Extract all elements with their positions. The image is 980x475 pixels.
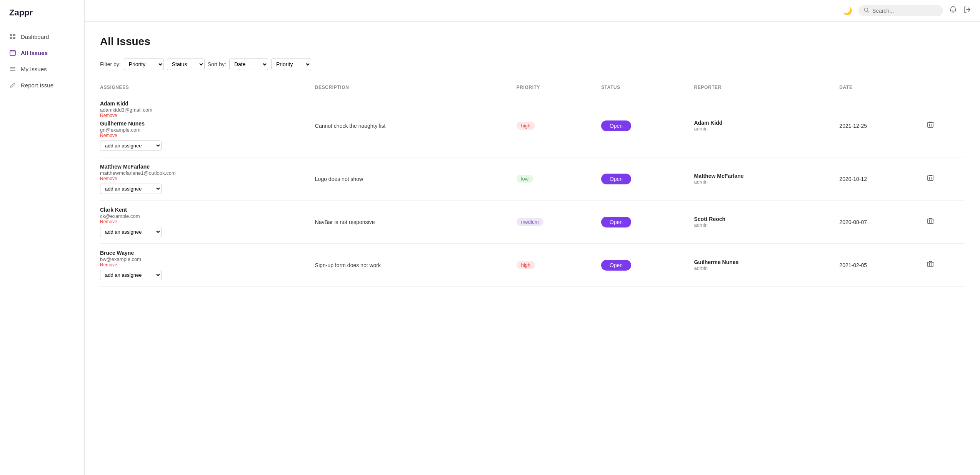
status-badge: Open [601,217,631,227]
priority-cell: low [517,157,601,201]
status-cell: Open [601,94,694,157]
delete-cell [925,201,965,244]
svg-rect-19 [928,219,933,224]
search-input[interactable] [872,8,938,14]
reporter-cell: Scott Reoch admin [694,201,839,244]
grid-icon [9,33,16,40]
assignee-name: Adam Kidd [100,100,128,107]
reporter-cell: Guilherme Nunes admin [694,244,839,287]
remove-assignee-link[interactable]: Remove [100,219,310,224]
delete-cell [925,157,965,201]
delete-button[interactable] [925,120,935,132]
table-row: Matthew McFarlane matthewmcfarlane1@outl… [100,157,965,201]
table-row: Bruce Wayne bw@example.com Remove add an… [100,244,965,287]
assignee-name: Guilherme Nunes [100,120,145,127]
description-cell: Sign-up form does not work [315,244,517,287]
priority-badge: low [517,175,533,183]
description-cell: Logo does not show [315,157,517,201]
notifications-icon[interactable] [949,6,957,15]
reporter-name: Adam Kidd [694,120,835,126]
sidebar-item-all-issues[interactable]: All Issues [0,45,84,61]
date-cell: 2020-08-07 [839,201,925,244]
table-row: Clark Kent ck@example.com Remove add an … [100,201,965,244]
col-description: DESCRIPTION [315,81,517,94]
search-icon [864,7,869,14]
priority-badge: high [517,122,535,130]
assignee-email: matthewmcfarlane1@outlook.com [100,170,176,176]
status-badge: Open [601,120,631,131]
filter-by-label: Filter by: [100,61,121,67]
priority-filter[interactable]: Priority High Low Medium [124,59,164,70]
col-assignees: ASSIGNEES [100,81,315,94]
reporter-role: admin [694,222,835,228]
assignee-email: bw@example.com [100,256,141,262]
main-area: 🌙 All Issues Filter by: Priority High Lo… [85,0,980,475]
list-icon [9,65,16,72]
app-logo: Zappr [0,8,84,28]
add-assignee-select[interactable]: add an assignee [100,184,162,194]
remove-assignee-link[interactable]: Remove [100,133,310,138]
remove-assignee-link[interactable]: Remove [100,262,310,268]
calendar-icon [9,49,16,56]
svg-rect-22 [928,262,933,267]
sidebar: Zappr Dashboard All Issues [0,0,85,475]
sort-date-select[interactable]: Date Oldest Newest [229,59,268,70]
delete-button[interactable] [925,216,935,228]
sidebar-item-my-issues[interactable]: My Issues [0,61,84,77]
assignees-cell: Adam Kidd adamkidd3@gmail.com Remove Gui… [100,94,315,157]
status-badge: Open [601,174,631,184]
add-assignee-select[interactable]: add an assignee [100,270,162,280]
svg-rect-1 [13,34,15,36]
assignees-cell: Bruce Wayne bw@example.com Remove add an… [100,244,315,287]
svg-rect-0 [10,34,12,36]
col-date: DATE [839,81,925,94]
assignee-email: adamkidd3@gmail.com [100,107,152,113]
sidebar-item-my-issues-label: My Issues [21,66,47,72]
dark-mode-toggle[interactable]: 🌙 [843,6,852,15]
edit-icon [9,82,16,89]
sidebar-item-report-issue[interactable]: Report Issue [0,77,84,93]
col-reporter: REPORTER [694,81,839,94]
col-status: STATUS [601,81,694,94]
priority-cell: high [517,244,601,287]
delete-cell [925,94,965,157]
remove-assignee-link[interactable]: Remove [100,113,310,118]
status-filter[interactable]: Status Open Closed [167,59,205,70]
reporter-name: Matthew McFarlane [694,173,835,179]
logout-icon[interactable] [963,6,971,15]
sort-by-label: Sort by: [208,61,226,67]
col-actions [925,81,965,94]
priority-cell: medium [517,201,601,244]
topbar: 🌙 [85,0,980,22]
date-cell: 2020-10-12 [839,157,925,201]
reporter-cell: Matthew McFarlane admin [694,157,839,201]
remove-assignee-link[interactable]: Remove [100,176,310,181]
col-priority: PRIORITY [517,81,601,94]
delete-button[interactable] [925,173,935,185]
svg-rect-16 [928,176,933,181]
reporter-role: admin [694,179,835,185]
issues-table: ASSIGNEES DESCRIPTION PRIORITY STATUS RE… [100,81,965,287]
reporter-name: Guilherme Nunes [694,259,835,265]
priority-badge: high [517,261,535,269]
reporter-role: admin [694,126,835,132]
status-cell: Open [601,201,694,244]
sidebar-item-report-issue-label: Report Issue [21,82,53,89]
description-cell: NavBar is not responsive [315,201,517,244]
assignees-cell: Clark Kent ck@example.com Remove add an … [100,201,315,244]
sidebar-item-all-issues-label: All Issues [21,50,48,56]
sidebar-item-dashboard[interactable]: Dashboard [0,28,84,45]
page-title: All Issues [100,35,965,48]
add-assignee-select[interactable]: add an assignee [100,227,162,237]
svg-rect-2 [10,37,12,39]
svg-line-12 [868,11,869,13]
delete-button[interactable] [925,259,935,271]
sort-priority-select[interactable]: Priority High Low Medium [271,59,311,70]
sidebar-item-dashboard-label: Dashboard [21,33,49,40]
table-row: Adam Kidd adamkidd3@gmail.com Remove Gui… [100,94,965,157]
assignee-name: Clark Kent [100,207,127,213]
assignee-email: ck@example.com [100,213,140,219]
description-cell: Cannot check the naughty list [315,94,517,157]
add-assignee-select[interactable]: add an assignee [100,140,162,151]
status-cell: Open [601,157,694,201]
